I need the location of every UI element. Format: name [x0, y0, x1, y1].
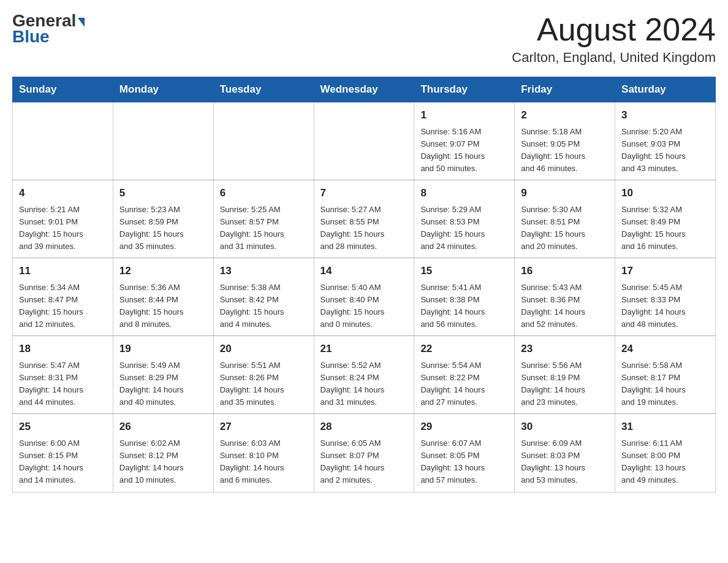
day-number: 30 [521, 419, 609, 435]
calendar-cell: 4Sunrise: 5:21 AM Sunset: 9:01 PM Daylig… [13, 180, 113, 258]
calendar-cell [13, 102, 113, 180]
day-info: Sunrise: 5:52 AM Sunset: 8:24 PM Dayligh… [320, 359, 408, 409]
day-info: Sunrise: 6:03 AM Sunset: 8:10 PM Dayligh… [220, 437, 308, 487]
day-number: 1 [420, 107, 508, 123]
calendar-cell: 18Sunrise: 5:47 AM Sunset: 8:31 PM Dayli… [13, 336, 113, 414]
week-row-1: 1Sunrise: 5:16 AM Sunset: 9:07 PM Daylig… [13, 102, 716, 180]
day-number: 24 [621, 341, 709, 357]
calendar-cell: 8Sunrise: 5:29 AM Sunset: 8:53 PM Daylig… [414, 180, 515, 258]
day-number: 29 [420, 419, 508, 435]
week-row-2: 4Sunrise: 5:21 AM Sunset: 9:01 PM Daylig… [13, 180, 716, 258]
calendar-cell [314, 102, 414, 180]
day-number: 4 [19, 185, 107, 201]
day-header-saturday: Saturday [615, 77, 716, 102]
day-info: Sunrise: 5:30 AM Sunset: 8:51 PM Dayligh… [521, 204, 609, 253]
day-number: 7 [320, 185, 408, 201]
calendar-cell: 26Sunrise: 6:02 AM Sunset: 8:12 PM Dayli… [113, 414, 213, 492]
calendar-cell: 13Sunrise: 5:38 AM Sunset: 8:42 PM Dayli… [213, 258, 314, 336]
calendar-cell: 3Sunrise: 5:20 AM Sunset: 9:03 PM Daylig… [615, 102, 716, 180]
day-number: 14 [320, 263, 408, 279]
day-info: Sunrise: 5:54 AM Sunset: 8:22 PM Dayligh… [420, 359, 508, 409]
day-header-thursday: Thursday [414, 77, 515, 102]
day-number: 23 [521, 341, 609, 357]
day-number: 28 [320, 419, 408, 435]
day-info: Sunrise: 5:27 AM Sunset: 8:55 PM Dayligh… [320, 204, 408, 253]
day-header-tuesday: Tuesday [213, 77, 314, 102]
week-row-4: 18Sunrise: 5:47 AM Sunset: 8:31 PM Dayli… [13, 336, 716, 414]
month-title: August 2024 [512, 12, 716, 47]
calendar-cell: 31Sunrise: 6:11 AM Sunset: 8:00 PM Dayli… [615, 414, 716, 492]
day-info: Sunrise: 6:05 AM Sunset: 8:07 PM Dayligh… [320, 437, 408, 487]
day-info: Sunrise: 5:40 AM Sunset: 8:40 PM Dayligh… [320, 282, 408, 331]
day-header-sunday: Sunday [13, 77, 113, 102]
day-header-wednesday: Wednesday [314, 77, 414, 102]
day-number: 11 [19, 263, 107, 279]
day-info: Sunrise: 6:09 AM Sunset: 8:03 PM Dayligh… [521, 437, 609, 487]
day-number: 5 [119, 185, 207, 201]
header: General Blue August 2024 Carlton, Englan… [12, 12, 716, 66]
logo: General Blue [12, 12, 85, 47]
day-info: Sunrise: 5:32 AM Sunset: 8:49 PM Dayligh… [621, 204, 709, 253]
days-header-row: SundayMondayTuesdayWednesdayThursdayFrid… [13, 77, 716, 102]
day-number: 3 [621, 107, 709, 123]
day-number: 17 [621, 263, 709, 279]
day-number: 10 [621, 185, 709, 201]
day-info: Sunrise: 5:25 AM Sunset: 8:57 PM Dayligh… [220, 204, 308, 253]
calendar-cell: 16Sunrise: 5:43 AM Sunset: 8:36 PM Dayli… [515, 258, 615, 336]
day-info: Sunrise: 6:00 AM Sunset: 8:15 PM Dayligh… [19, 437, 107, 487]
day-number: 13 [220, 263, 308, 279]
calendar-cell: 15Sunrise: 5:41 AM Sunset: 8:38 PM Dayli… [414, 258, 515, 336]
calendar-cell: 17Sunrise: 5:45 AM Sunset: 8:33 PM Dayli… [615, 258, 716, 336]
calendar-cell: 20Sunrise: 5:51 AM Sunset: 8:26 PM Dayli… [213, 336, 314, 414]
day-info: Sunrise: 5:47 AM Sunset: 8:31 PM Dayligh… [19, 359, 107, 409]
calendar-table: SundayMondayTuesdayWednesdayThursdayFrid… [12, 77, 716, 492]
day-info: Sunrise: 5:45 AM Sunset: 8:33 PM Dayligh… [621, 282, 709, 331]
calendar-cell: 29Sunrise: 6:07 AM Sunset: 8:05 PM Dayli… [414, 414, 515, 492]
calendar-cell: 12Sunrise: 5:36 AM Sunset: 8:44 PM Dayli… [113, 258, 213, 336]
day-info: Sunrise: 5:21 AM Sunset: 9:01 PM Dayligh… [19, 204, 107, 253]
day-number: 31 [621, 419, 709, 435]
logo-blue-text: Blue [12, 27, 50, 47]
day-info: Sunrise: 6:07 AM Sunset: 8:05 PM Dayligh… [420, 437, 508, 487]
calendar-cell [213, 102, 314, 180]
day-number: 18 [19, 341, 107, 357]
calendar-cell: 28Sunrise: 6:05 AM Sunset: 8:07 PM Dayli… [314, 414, 414, 492]
calendar-cell: 9Sunrise: 5:30 AM Sunset: 8:51 PM Daylig… [515, 180, 615, 258]
title-area: August 2024 Carlton, England, United Kin… [512, 12, 716, 66]
calendar-cell: 10Sunrise: 5:32 AM Sunset: 8:49 PM Dayli… [615, 180, 716, 258]
day-info: Sunrise: 5:36 AM Sunset: 8:44 PM Dayligh… [119, 282, 207, 331]
calendar-cell: 14Sunrise: 5:40 AM Sunset: 8:40 PM Dayli… [314, 258, 414, 336]
day-info: Sunrise: 6:02 AM Sunset: 8:12 PM Dayligh… [119, 437, 207, 487]
calendar-cell: 5Sunrise: 5:23 AM Sunset: 8:59 PM Daylig… [113, 180, 213, 258]
location-title: Carlton, England, United Kingdom [512, 50, 716, 66]
day-number: 8 [420, 185, 508, 201]
day-number: 20 [220, 341, 308, 357]
day-info: Sunrise: 5:56 AM Sunset: 8:19 PM Dayligh… [521, 359, 609, 409]
day-number: 2 [521, 107, 609, 123]
day-header-monday: Monday [113, 77, 213, 102]
calendar-cell: 6Sunrise: 5:25 AM Sunset: 8:57 PM Daylig… [213, 180, 314, 258]
day-info: Sunrise: 5:49 AM Sunset: 8:29 PM Dayligh… [119, 359, 207, 409]
day-number: 26 [119, 419, 207, 435]
day-number: 22 [420, 341, 508, 357]
day-info: Sunrise: 5:18 AM Sunset: 9:05 PM Dayligh… [521, 126, 609, 175]
day-info: Sunrise: 5:20 AM Sunset: 9:03 PM Dayligh… [621, 126, 709, 175]
day-number: 12 [119, 263, 207, 279]
day-info: Sunrise: 5:58 AM Sunset: 8:17 PM Dayligh… [621, 359, 709, 409]
calendar-cell: 21Sunrise: 5:52 AM Sunset: 8:24 PM Dayli… [314, 336, 414, 414]
day-info: Sunrise: 5:16 AM Sunset: 9:07 PM Dayligh… [420, 126, 508, 175]
day-info: Sunrise: 5:43 AM Sunset: 8:36 PM Dayligh… [521, 282, 609, 331]
day-info: Sunrise: 6:11 AM Sunset: 8:00 PM Dayligh… [621, 437, 709, 487]
day-number: 25 [19, 419, 107, 435]
day-number: 9 [521, 185, 609, 201]
calendar-cell: 25Sunrise: 6:00 AM Sunset: 8:15 PM Dayli… [13, 414, 113, 492]
day-number: 27 [220, 419, 308, 435]
calendar-cell: 27Sunrise: 6:03 AM Sunset: 8:10 PM Dayli… [213, 414, 314, 492]
calendar-cell: 24Sunrise: 5:58 AM Sunset: 8:17 PM Dayli… [615, 336, 716, 414]
day-info: Sunrise: 5:41 AM Sunset: 8:38 PM Dayligh… [420, 282, 508, 331]
day-number: 15 [420, 263, 508, 279]
calendar-cell: 1Sunrise: 5:16 AM Sunset: 9:07 PM Daylig… [414, 102, 515, 180]
day-number: 19 [119, 341, 207, 357]
day-info: Sunrise: 5:23 AM Sunset: 8:59 PM Dayligh… [119, 204, 207, 253]
day-number: 16 [521, 263, 609, 279]
